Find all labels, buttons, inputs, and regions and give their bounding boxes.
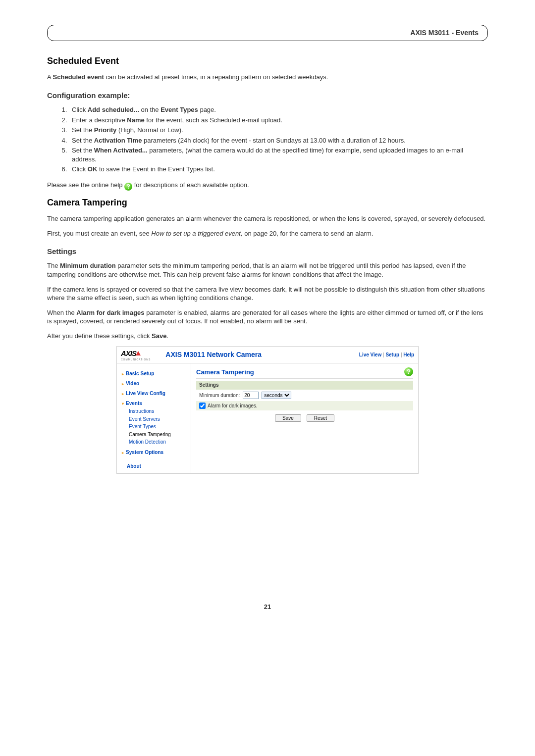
step-2: Enter a descriptive Name for the event, … <box>69 116 488 125</box>
nav-events-instructions[interactable]: Instructions <box>129 407 188 415</box>
ui-help-icon[interactable]: ? <box>404 367 413 376</box>
link-help[interactable]: Help <box>403 352 414 357</box>
step-5: Set the When Activated... parameters, (w… <box>69 146 488 163</box>
settings-p4: After you define these settings, click S… <box>47 332 488 341</box>
online-help-line: Please see the online help ? for descrip… <box>47 181 488 191</box>
min-duration-input[interactable] <box>243 392 259 399</box>
link-live-view[interactable]: Live View <box>359 352 381 357</box>
embedded-ui-screenshot: AXIS COMMUNICATIONS AXIS M3011 Network C… <box>116 346 419 474</box>
help-icon: ? <box>124 183 132 191</box>
config-example-heading: Configuration example: <box>47 91 488 101</box>
axis-triangle-icon <box>136 351 141 355</box>
settings-p2: If the camera lens is sprayed or covered… <box>47 285 488 302</box>
step-1: Click Add scheduled... on the Event Type… <box>69 105 488 114</box>
step-6: Click OK to save the Event in the Event … <box>69 165 488 174</box>
axis-logo: AXIS COMMUNICATIONS <box>121 349 151 361</box>
nav-system-options[interactable]: System Options <box>122 449 188 456</box>
min-duration-label: Minimum duration: <box>199 392 240 399</box>
ui-header-links: Live View | Setup | Help <box>359 352 414 358</box>
save-button[interactable]: Save <box>275 414 301 422</box>
nav-events-motion[interactable]: Motion Detection <box>129 438 188 446</box>
ui-sidebar-nav: Basic Setup Video Live View Config Event… <box>117 363 191 473</box>
nav-events[interactable]: Events <box>122 400 188 407</box>
ui-product-title: AXIS M3011 Network Camera <box>151 350 359 359</box>
config-steps-list: Click Add scheduled... on the Event Type… <box>69 105 488 174</box>
header-title: AXIS M3011 - Events <box>410 29 479 37</box>
link-setup[interactable]: Setup <box>385 352 399 357</box>
page-header: AXIS M3011 - Events <box>47 25 488 41</box>
nav-basic-setup[interactable]: Basic Setup <box>122 370 188 377</box>
ui-main-panel: Camera Tampering ? Settings Minimum dura… <box>191 363 418 473</box>
tampering-p1: The camera tampering application generat… <box>47 214 488 223</box>
min-duration-unit-select[interactable]: seconds <box>262 392 291 399</box>
settings-heading: Settings <box>47 247 488 256</box>
nav-events-tampering[interactable]: Camera Tampering <box>129 431 188 439</box>
ui-min-duration-row: Minimum duration: seconds <box>196 390 413 401</box>
camera-tampering-heading: Camera Tampering <box>47 197 488 208</box>
reset-button[interactable]: Reset <box>307 414 334 422</box>
tampering-p2: First, you must create an event, see How… <box>47 229 488 238</box>
nav-events-servers[interactable]: Event Servers <box>129 415 188 423</box>
step-4: Set the Activation Time parameters (24h … <box>69 136 488 145</box>
nav-events-types[interactable]: Event Types <box>129 423 188 431</box>
ui-alarm-dark-row: Alarm for dark images. <box>196 401 413 411</box>
step-3: Set the Priority (High, Normal or Low). <box>69 126 488 135</box>
settings-p1: The Minimum duration parameter sets the … <box>47 261 488 279</box>
alarm-dark-label: Alarm for dark images. <box>208 403 258 409</box>
ui-panel-heading: Camera Tampering <box>196 368 254 377</box>
scheduled-event-heading: Scheduled Event <box>47 55 488 67</box>
scheduled-intro: A Scheduled event can be activated at pr… <box>47 73 488 82</box>
page-number: 21 <box>47 603 488 611</box>
nav-video[interactable]: Video <box>122 380 188 387</box>
settings-p3: When the Alarm for dark images parameter… <box>47 308 488 326</box>
nav-live-view-config[interactable]: Live View Config <box>122 390 188 397</box>
alarm-dark-checkbox[interactable] <box>199 403 206 409</box>
nav-about[interactable]: About <box>127 463 188 470</box>
ui-settings-bar: Settings <box>196 381 413 390</box>
ui-topbar: AXIS COMMUNICATIONS AXIS M3011 Network C… <box>117 347 418 362</box>
